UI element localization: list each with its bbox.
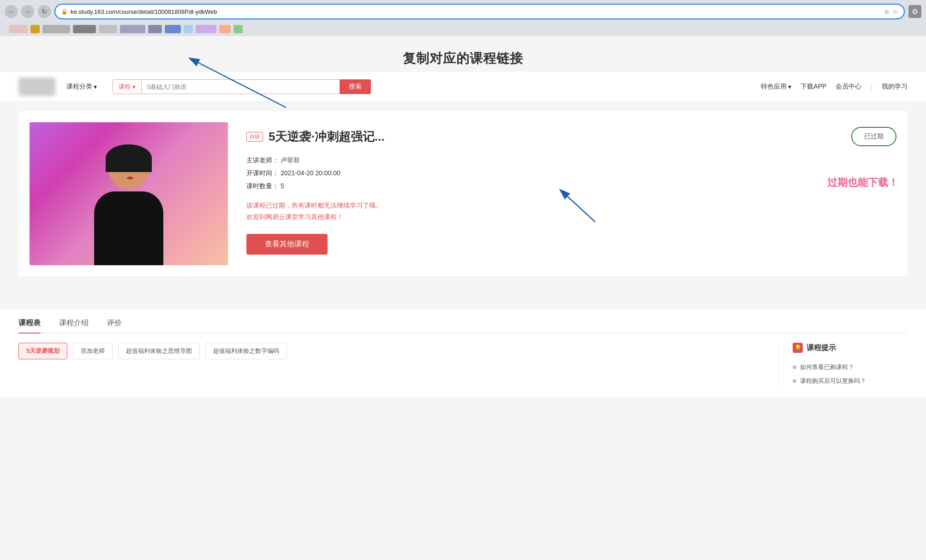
hint-text-2: 课程购买后可以更换吗？ [800,377,866,385]
nav-divider: | [871,83,872,90]
bookmark-7 [148,25,162,33]
lock-icon: 🔒 [61,8,68,15]
notice-line2: 欢迎到网易云课堂学习其他课程！ [246,211,896,223]
nav-download-app[interactable]: 下载APP [801,83,826,91]
search-type-chevron: ▾ [132,83,136,90]
view-other-button[interactable]: 查看其他课程 [246,234,328,255]
bookmark-icon-button[interactable]: ☆ [892,8,898,15]
bookmark-5 [99,25,117,33]
expired-notice: 该课程已过期，所有课时都无法继续学习了哦。 欢迎到网易云课堂学习其他课程！ [246,200,896,223]
self-study-badge: 自研 [246,132,263,142]
browser-toolbar: ← → ↻ 🔒 ⎋ ☆ ⚙ [5,4,921,19]
course-meta: 主讲老师： 卢菲菲 开课时间： 2021-04-20 20:00:00 课时数量… [246,154,896,192]
start-time-value: 2021-04-20 20:00:00 [281,169,341,177]
bookmark-2 [30,25,40,33]
tab-intro[interactable]: 课程介绍 [59,314,89,333]
hint-item-2[interactable]: 课程购买后可以更换吗？ [793,374,908,388]
course-outer: 过期也能下载！ 自研 [0,102,926,286]
teacher-name: 卢菲菲 [281,156,300,164]
course-info: 自研 5天逆袭·冲刺超强记... 已过期 主讲老师： 卢菲菲 [246,122,896,265]
chapter-tab-1[interactable]: 5天逆袭规划 [18,343,67,359]
address-bar-actions: ⎋ ☆ [885,8,898,15]
hint-text-1: 如何查看已购课程？ [800,363,854,371]
search-button[interactable]: 搜索 [340,79,371,94]
expired-btn-wrap: 已过期 [851,127,896,146]
annotation-title: 复制对应的课程链接 [0,50,926,67]
tabs-main: 5天逆袭规划 添加老师 超值福利体验之思维导图 超值福利体验之数字编码 [18,343,760,388]
start-time-row: 开课时间： 2021-04-20 20:00:00 [246,167,896,179]
forward-icon: → [24,8,31,15]
special-app-chevron: ▾ [788,83,791,90]
site-nav: 课程分类 ▾ 课程 ▾ 搜索 特色应用 ▾ 下载APP 会员中心 | 我 [0,72,926,102]
bookmark-12 [233,25,243,33]
bookmark-1 [9,25,28,33]
tabs-section: 课程表 课程介绍 评价 5天逆袭规划 添加老师 超值福利体验之思维导图 超值福利… [0,309,926,397]
chevron-down-icon: ▾ [94,83,97,90]
share-icon-button[interactable]: ⎋ [885,8,889,15]
bookmark-6 [120,25,145,33]
hours-value: 5 [281,182,284,190]
page-wrapper: 复制对应的课程链接 课程分类 ▾ 课程 ▾ 搜索 特色应用 ▾ 下载APP [0,36,926,397]
chapter-tab-3[interactable]: 超值福利体验之思维导图 [118,343,200,359]
nav-right: 特色应用 ▾ 下载APP 会员中心 | 我的学习 [761,83,908,91]
extension-icon[interactable]: ⚙ [908,5,921,18]
annotation-area: 复制对应的课程链接 [0,36,926,72]
bookmark-11 [219,25,231,33]
bookmark-3 [42,25,70,33]
nav-member-center[interactable]: 会员中心 [836,83,861,91]
search-type-dropdown[interactable]: 课程 ▾ [113,79,141,94]
expired-annotation-text: 过期也能下载！ [827,176,898,190]
course-title: 5天逆袭·冲刺超强记... [269,129,384,145]
chapter-tab-2[interactable]: 添加老师 [73,343,113,359]
bookmark-4 [73,25,96,33]
expired-button[interactable]: 已过期 [855,130,893,143]
hint-dot-1 [793,365,796,369]
spacer [0,286,926,299]
address-bar[interactable]: 🔒 ⎋ ☆ [54,4,905,19]
hours-row: 课时数量： 5 [246,179,896,192]
search-area: 课程 ▾ 搜索 [113,79,371,94]
chapter-tabs: 5天逆袭规划 添加老师 超值福利体验之思维导图 超值福利体验之数字编码 [18,343,760,359]
hint-dot-2 [793,379,796,383]
hint-title-text: 课程提示 [807,343,836,353]
back-button[interactable]: ← [5,5,18,18]
notice-line1: 该课程已过期，所有课时都无法继续学习了哦。 [246,200,896,211]
tabs-sidebar: 💡 课程提示 如何查看已购课程？ 课程购买后可以更换吗？ [778,343,908,388]
address-input[interactable] [71,8,885,15]
forward-button[interactable]: → [21,5,34,18]
tab-schedule[interactable]: 课程表 [18,314,41,333]
tabs-content: 5天逆袭规划 添加老师 超值福利体验之思维导图 超值福利体验之数字编码 💡 课程… [18,334,908,397]
nav-my-study[interactable]: 我的学习 [882,83,908,91]
tab-review[interactable]: 评价 [107,314,122,333]
nav-special-app[interactable]: 特色应用 ▾ [761,83,791,91]
bookmark-8 [165,25,181,33]
site-logo [18,77,55,96]
sidebar-hint-title: 💡 课程提示 [793,343,908,353]
hint-icon: 💡 [793,343,803,353]
search-input[interactable] [141,79,340,94]
chapter-tab-4[interactable]: 超值福利体验之数字编码 [205,343,287,359]
refresh-button[interactable]: ↻ [38,5,51,18]
course-title-row: 自研 5天逆袭·冲刺超强记... 已过期 [246,127,896,146]
bookmarks-bar [5,23,921,36]
course-card: 自研 5天逆袭·冲刺超强记... 已过期 主讲老师： 卢菲菲 [18,111,908,276]
course-image [30,122,228,265]
back-icon: ← [8,8,14,15]
nav-course-category[interactable]: 课程分类 ▾ [66,83,97,91]
ext-icon: ⚙ [912,7,918,16]
tabs-row: 课程表 课程介绍 评价 [18,309,908,334]
bookmark-9 [184,25,193,33]
refresh-icon: ↻ [42,8,47,15]
browser-chrome: ← → ↻ 🔒 ⎋ ☆ ⚙ [0,0,926,36]
hint-list: 如何查看已购课程？ 课程购买后可以更换吗？ [793,360,908,388]
bookmark-10 [196,25,216,33]
hint-item-1[interactable]: 如何查看已购课程？ [793,360,908,374]
teacher-row: 主讲老师： 卢菲菲 [246,154,896,167]
